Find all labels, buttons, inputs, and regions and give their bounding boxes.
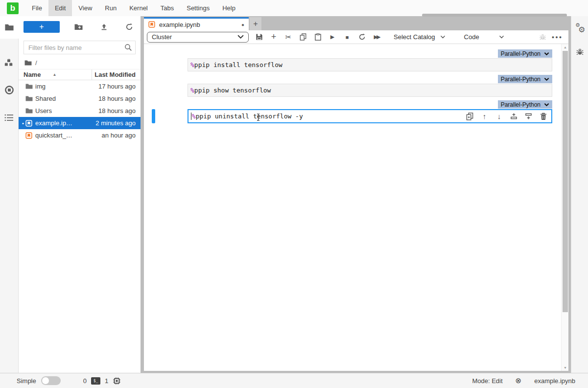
restart-run-all-button[interactable]: ▶▶ [369,31,384,43]
stop-button[interactable]: ■ [340,31,354,43]
kernel-badge-label: Parallel-Python [501,101,541,108]
menu-item-kernel[interactable]: Kernel [123,0,154,16]
new-folder-button[interactable] [72,21,85,33]
scissors-icon: ✂ [285,33,292,42]
run-icon: ▶ [330,34,334,40]
main-dock: example.ipynb ● + Cluster + ✂ [141,16,571,373]
kernel-count: 1 [105,377,108,385]
insert-cell-below-button[interactable] [524,112,533,120]
column-name[interactable]: Name▲ [19,69,92,80]
save-button[interactable] [252,31,266,43]
kernel-badge-dropdown[interactable]: Parallel-Python [498,49,552,58]
file-modified: 2 minutes ago [95,119,141,127]
simple-mode-label: Simple [17,377,36,385]
cell-editor[interactable]: %ppip show tensorflow [188,84,552,97]
debugger-button[interactable] [535,31,550,43]
bug-icon [539,33,546,41]
refresh-button[interactable] [123,21,136,33]
not-trusted-icon[interactable]: ⊗ [516,376,522,385]
menu-item-settings[interactable]: Settings [180,0,216,16]
chevron-down-icon [544,103,549,107]
text-cursor-pointer [256,113,260,121]
breadcrumb: / [19,56,141,69]
scrollbar-thumb[interactable] [563,51,568,312]
menu-item-help[interactable]: Help [216,0,242,16]
property-inspector-tab[interactable]: ⚙ ⚙ [575,22,585,33]
menu-item-view[interactable]: View [72,0,98,16]
file-row[interactable]: • example.ip… 2 minutes ago [19,117,141,129]
move-cell-up-button[interactable]: ↑ [480,112,489,120]
list-icon [4,114,14,121]
file-row[interactable]: Shared 18 hours ago [19,92,141,105]
upload-icon [100,23,108,31]
chevron-down-icon [544,52,549,56]
kernel-badge-dropdown[interactable]: Parallel-Python [498,100,552,109]
cell-editor[interactable]: %ppip uninstall tensorflow -y ↑ ↓ [188,109,552,123]
copy-cells-button[interactable] [296,31,310,43]
folder-icon [25,108,35,114]
more-commands-button[interactable]: ●●● [550,31,564,43]
kernel-blocks-tab[interactable] [0,51,19,74]
file-row[interactable]: img 17 hours ago [19,80,141,92]
menubar: b FileEditViewRunKernelTabsSettingsHelp [0,0,588,16]
simple-mode-toggle[interactable] [41,376,61,385]
menu-item-run[interactable]: Run [98,0,123,16]
column-last-modified[interactable]: Last Modified [92,71,141,78]
scroll-down-arrow[interactable]: ▼ [562,366,568,369]
move-cell-down-button[interactable]: ↓ [495,112,503,120]
file-browser-tab[interactable] [0,16,19,39]
file-name: Users [35,107,98,114]
table-of-contents-tab[interactable] [0,106,19,129]
vertical-scrollbar[interactable]: ▲ ▼ [561,44,568,371]
new-folder-icon [74,23,83,30]
duplicate-cell-button[interactable] [466,112,474,120]
left-activity-bar [0,16,19,373]
app-logo[interactable]: b [7,2,19,14]
cell-editor[interactable]: %ppip install tensorflow [188,58,552,71]
tab-dirty-indicator[interactable]: ● [241,22,244,27]
file-row[interactable]: Users 18 hours ago [19,105,141,117]
notebook-cell: Parallel-Python %ppip show tensorflow [188,75,552,97]
cell-collapser[interactable] [152,109,155,123]
menubar-hscrollbar-thumb[interactable] [422,14,567,17]
notebook-file-icon [148,21,155,28]
insert-cell-above-button[interactable] [510,112,518,120]
notebook-file-icon [25,120,35,127]
new-launcher-button[interactable]: + [24,21,60,33]
running-sessions-tab[interactable] [0,79,19,101]
menu-item-edit[interactable]: Edit [48,0,72,16]
current-file-label[interactable]: example.ipynb [534,377,575,385]
menu-item-tabs[interactable]: Tabs [154,0,180,16]
breadcrumb-root[interactable]: / [35,59,37,67]
debugger-tab[interactable] [576,47,584,56]
new-tab-button[interactable]: + [250,17,261,30]
file-name: Shared [35,95,98,102]
cluster-select[interactable]: Cluster [147,32,249,43]
workspace: + / Name▲ Last Modif [0,16,588,373]
run-cell-button[interactable]: ▶ [325,31,340,43]
file-modified: 17 hours ago [98,83,141,90]
add-cell-button[interactable]: + [266,31,281,43]
restart-icon [358,33,366,41]
file-row[interactable]: quickstart_… an hour ago [19,129,141,141]
menu-item-file[interactable]: File [25,0,48,16]
tab-example-ipynb[interactable]: example.ipynb ● [144,17,249,30]
mode-indicator[interactable]: Mode: Edit [472,377,502,385]
kernel-badge-dropdown[interactable]: Parallel-Python [498,75,552,83]
notebook-cell: Parallel-Python %ppip install tensorflow [188,49,552,71]
notebook-cell: Parallel-Python %ppip uninstall tensorfl… [188,100,552,123]
scroll-up-arrow[interactable]: ▲ [562,46,568,49]
cell-type-dropdown[interactable]: Code [461,33,507,41]
notebook-cells: Parallel-Python %ppip install tensorflow… [144,49,568,123]
select-catalog-dropdown[interactable]: Select Catalog [391,33,448,41]
cell-code: %ppip uninstall tensorflow -y [192,113,303,120]
restart-kernel-button[interactable] [354,31,369,43]
filter-files-input[interactable] [24,41,136,54]
upload-button[interactable] [97,21,110,33]
home-folder-icon[interactable] [24,60,32,66]
cut-cells-button[interactable]: ✂ [281,31,296,43]
folder-icon [25,83,35,90]
session-counts[interactable]: 0 $_ 1 [83,377,121,385]
delete-cell-button[interactable] [539,112,547,120]
paste-cells-button[interactable] [310,31,325,43]
